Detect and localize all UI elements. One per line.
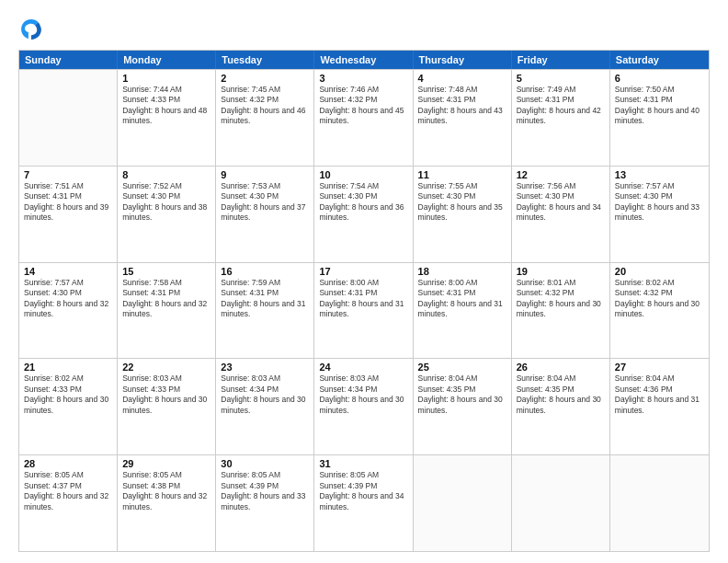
sunrise-text: Sunrise: 8:04 AM bbox=[418, 373, 506, 384]
daylight-text: Daylight: 8 hours and 40 minutes. bbox=[615, 106, 704, 127]
header-day-wednesday: Wednesday bbox=[314, 51, 413, 69]
sunrise-text: Sunrise: 8:05 AM bbox=[221, 470, 309, 480]
day-number: 18 bbox=[418, 266, 506, 277]
sunrise-text: Sunrise: 8:02 AM bbox=[615, 278, 704, 288]
sunrise-text: Sunrise: 8:02 AM bbox=[24, 373, 112, 384]
sunset-text: Sunset: 4:30 PM bbox=[615, 191, 704, 201]
calendar-cell-31: 31 Sunrise: 8:05 AM Sunset: 4:39 PM Dayl… bbox=[314, 455, 413, 551]
calendar-row-0: 1 Sunrise: 7:44 AM Sunset: 4:33 PM Dayli… bbox=[19, 69, 709, 166]
daylight-text: Daylight: 8 hours and 32 minutes. bbox=[24, 299, 112, 320]
calendar-cell-1: 1 Sunrise: 7:44 AM Sunset: 4:33 PM Dayli… bbox=[118, 70, 216, 166]
calendar-cell-10: 10 Sunrise: 7:54 AM Sunset: 4:30 PM Dayl… bbox=[314, 167, 413, 262]
header-day-monday: Monday bbox=[118, 51, 216, 69]
day-number: 2 bbox=[221, 73, 309, 84]
calendar-body: 1 Sunrise: 7:44 AM Sunset: 4:33 PM Dayli… bbox=[19, 69, 709, 551]
sunset-text: Sunset: 4:30 PM bbox=[319, 191, 407, 201]
sunset-text: Sunset: 4:33 PM bbox=[122, 95, 210, 105]
sunrise-text: Sunrise: 7:44 AM bbox=[122, 85, 210, 95]
sunset-text: Sunset: 4:32 PM bbox=[517, 288, 605, 298]
daylight-text: Daylight: 8 hours and 33 minutes. bbox=[221, 491, 309, 512]
sunset-text: Sunset: 4:37 PM bbox=[24, 481, 112, 491]
sunset-text: Sunset: 4:35 PM bbox=[517, 385, 605, 395]
sunrise-text: Sunrise: 7:59 AM bbox=[221, 278, 309, 288]
calendar-cell-28: 28 Sunrise: 8:05 AM Sunset: 4:37 PM Dayl… bbox=[19, 455, 118, 551]
daylight-text: Daylight: 8 hours and 31 minutes. bbox=[319, 299, 407, 320]
day-number: 5 bbox=[517, 73, 605, 84]
calendar-cell-22: 22 Sunrise: 8:03 AM Sunset: 4:33 PM Dayl… bbox=[118, 359, 216, 454]
day-number: 26 bbox=[517, 362, 605, 373]
day-number: 24 bbox=[319, 362, 407, 373]
sunset-text: Sunset: 4:30 PM bbox=[221, 191, 309, 201]
page: SundayMondayTuesdayWednesdayThursdayFrid… bbox=[0, 0, 728, 563]
daylight-text: Daylight: 8 hours and 30 minutes. bbox=[517, 299, 605, 320]
daylight-text: Daylight: 8 hours and 32 minutes. bbox=[24, 491, 112, 512]
sunrise-text: Sunrise: 7:57 AM bbox=[24, 278, 112, 288]
calendar-cell-26: 26 Sunrise: 8:04 AM Sunset: 4:35 PM Dayl… bbox=[512, 359, 610, 454]
day-number: 13 bbox=[615, 169, 704, 180]
calendar-cell-17: 17 Sunrise: 8:00 AM Sunset: 4:31 PM Dayl… bbox=[314, 263, 413, 359]
day-number: 14 bbox=[24, 266, 112, 277]
calendar-cell-18: 18 Sunrise: 8:00 AM Sunset: 4:31 PM Dayl… bbox=[414, 263, 512, 359]
calendar-cell-2: 2 Sunrise: 7:45 AM Sunset: 4:32 PM Dayli… bbox=[216, 70, 314, 166]
day-number: 10 bbox=[319, 169, 407, 180]
day-number: 8 bbox=[122, 169, 210, 180]
sunset-text: Sunset: 4:31 PM bbox=[319, 288, 407, 298]
sunrise-text: Sunrise: 7:50 AM bbox=[615, 85, 704, 95]
calendar-cell-4: 4 Sunrise: 7:48 AM Sunset: 4:31 PM Dayli… bbox=[414, 70, 512, 166]
calendar-cell-21: 21 Sunrise: 8:02 AM Sunset: 4:33 PM Dayl… bbox=[19, 359, 118, 454]
day-number: 30 bbox=[221, 458, 309, 469]
calendar-cell-empty-4-4 bbox=[414, 455, 512, 551]
daylight-text: Daylight: 8 hours and 31 minutes. bbox=[418, 299, 506, 320]
daylight-text: Daylight: 8 hours and 33 minutes. bbox=[615, 202, 704, 224]
day-number: 31 bbox=[319, 458, 407, 469]
calendar-cell-12: 12 Sunrise: 7:56 AM Sunset: 4:30 PM Dayl… bbox=[512, 167, 610, 262]
sunset-text: Sunset: 4:31 PM bbox=[24, 191, 112, 201]
calendar-header: SundayMondayTuesdayWednesdayThursdayFrid… bbox=[19, 51, 709, 69]
calendar-row-2: 14 Sunrise: 7:57 AM Sunset: 4:30 PM Dayl… bbox=[19, 262, 709, 359]
sunrise-text: Sunrise: 8:05 AM bbox=[24, 470, 112, 480]
sunset-text: Sunset: 4:39 PM bbox=[319, 481, 407, 491]
daylight-text: Daylight: 8 hours and 31 minutes. bbox=[221, 299, 309, 320]
calendar-row-1: 7 Sunrise: 7:51 AM Sunset: 4:31 PM Dayli… bbox=[19, 166, 709, 262]
calendar-cell-7: 7 Sunrise: 7:51 AM Sunset: 4:31 PM Dayli… bbox=[19, 167, 118, 262]
sunset-text: Sunset: 4:31 PM bbox=[517, 95, 605, 105]
header-day-tuesday: Tuesday bbox=[216, 51, 314, 69]
daylight-text: Daylight: 8 hours and 32 minutes. bbox=[122, 491, 210, 512]
calendar-cell-6: 6 Sunrise: 7:50 AM Sunset: 4:31 PM Dayli… bbox=[610, 70, 709, 166]
header-day-friday: Friday bbox=[512, 51, 610, 69]
day-number: 1 bbox=[122, 73, 210, 84]
sunrise-text: Sunrise: 7:49 AM bbox=[517, 85, 605, 95]
logo-icon bbox=[18, 17, 44, 42]
calendar-cell-14: 14 Sunrise: 7:57 AM Sunset: 4:30 PM Dayl… bbox=[19, 263, 118, 359]
sunset-text: Sunset: 4:35 PM bbox=[418, 385, 506, 395]
sunrise-text: Sunrise: 8:05 AM bbox=[122, 470, 210, 480]
day-number: 17 bbox=[319, 266, 407, 277]
sunset-text: Sunset: 4:39 PM bbox=[221, 481, 309, 491]
calendar-cell-empty-4-6 bbox=[610, 455, 709, 551]
calendar-cell-23: 23 Sunrise: 8:03 AM Sunset: 4:34 PM Dayl… bbox=[216, 359, 314, 454]
calendar-row-3: 21 Sunrise: 8:02 AM Sunset: 4:33 PM Dayl… bbox=[19, 358, 709, 454]
calendar-cell-16: 16 Sunrise: 7:59 AM Sunset: 4:31 PM Dayl… bbox=[216, 263, 314, 359]
day-number: 19 bbox=[517, 266, 605, 277]
day-number: 12 bbox=[517, 169, 605, 180]
day-number: 11 bbox=[418, 169, 506, 180]
sunset-text: Sunset: 4:30 PM bbox=[24, 288, 112, 298]
sunset-text: Sunset: 4:34 PM bbox=[319, 385, 407, 395]
calendar-cell-8: 8 Sunrise: 7:52 AM Sunset: 4:30 PM Dayli… bbox=[118, 167, 216, 262]
sunrise-text: Sunrise: 8:05 AM bbox=[319, 470, 407, 480]
sunrise-text: Sunrise: 7:55 AM bbox=[418, 181, 506, 191]
daylight-text: Daylight: 8 hours and 37 minutes. bbox=[221, 202, 309, 224]
sunset-text: Sunset: 4:31 PM bbox=[418, 288, 506, 298]
header-day-saturday: Saturday bbox=[610, 51, 709, 69]
day-number: 9 bbox=[221, 169, 309, 180]
daylight-text: Daylight: 8 hours and 46 minutes. bbox=[221, 106, 309, 127]
daylight-text: Daylight: 8 hours and 34 minutes. bbox=[319, 491, 407, 512]
day-number: 6 bbox=[615, 73, 704, 84]
calendar-cell-15: 15 Sunrise: 7:58 AM Sunset: 4:31 PM Dayl… bbox=[118, 263, 216, 359]
daylight-text: Daylight: 8 hours and 30 minutes. bbox=[615, 299, 704, 320]
sunrise-text: Sunrise: 8:03 AM bbox=[221, 373, 309, 384]
sunrise-text: Sunrise: 7:51 AM bbox=[24, 181, 112, 191]
calendar-cell-empty-4-5 bbox=[512, 455, 610, 551]
calendar-cell-empty-0-0 bbox=[19, 70, 118, 166]
sunrise-text: Sunrise: 7:52 AM bbox=[122, 181, 210, 191]
